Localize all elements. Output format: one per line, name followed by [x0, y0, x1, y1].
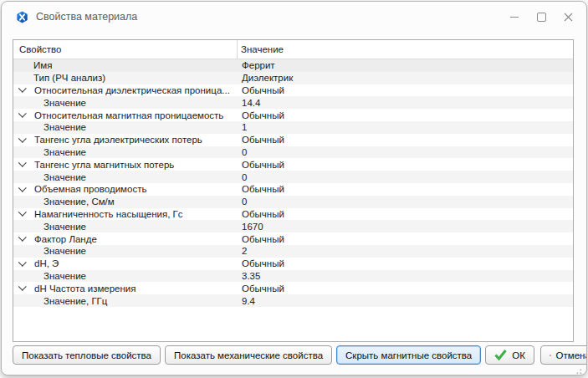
show-thermal-properties-button[interactable]: Показать тепловые свойства [13, 345, 161, 365]
table-row[interactable]: dH Частота измеренияОбычный [13, 282, 573, 294]
chevron-down-icon[interactable] [18, 258, 27, 266]
table-row[interactable]: dH, ЭОбычный [13, 258, 573, 270]
property-value: Обычный [238, 160, 573, 170]
table-row[interactable]: Относительная диэлектрическая проница...… [13, 84, 573, 97]
property-name: dH Частота измерения [34, 284, 136, 294]
chevron-down-icon[interactable] [18, 110, 27, 118]
cancel-button[interactable]: Отмена [540, 345, 587, 365]
property-cell: Тип (РЧ анализ) [13, 73, 238, 83]
property-name: Значение [43, 147, 86, 157]
chevron-down-icon[interactable] [18, 284, 27, 291]
property-name: Тангенс угла магнитных потерь [34, 160, 174, 170]
property-name: Имя [33, 60, 52, 70]
property-value: Обычный [238, 110, 573, 120]
property-cell: Фактор Ланде [13, 234, 238, 244]
property-cell: Намагниченность насыщения, Гс [13, 209, 238, 219]
property-cell: Значение [13, 172, 238, 182]
table-row[interactable]: Тангенс угла диэлектрических потерьОбычн… [13, 134, 573, 146]
property-value: 2 [238, 246, 573, 256]
property-name: Значение [43, 222, 86, 232]
property-name: Намагниченность насыщения, Гс [34, 209, 183, 219]
property-name: Фактор Ланде [34, 234, 97, 244]
close-button[interactable] [555, 5, 581, 28]
property-cell: Относительная магнитная проницаемость [13, 110, 238, 120]
property-name: Относительная магнитная проницаемость [34, 110, 223, 120]
property-name: Относительная диэлектрическая проница... [34, 85, 230, 95]
chevron-down-icon[interactable] [18, 209, 27, 217]
chevron-down-icon[interactable] [18, 184, 27, 192]
column-header-property: Свойство [13, 40, 238, 59]
property-value: Диэлектрик [238, 73, 573, 83]
property-cell: Значение [13, 122, 238, 132]
property-value: Обычный [238, 85, 573, 95]
table-row[interactable]: Намагниченность насыщения, ГсОбычный [13, 208, 573, 221]
property-cell: Значение, См/м [13, 197, 238, 207]
close-icon [564, 13, 573, 22]
property-cell: Значение [13, 271, 238, 281]
hide-magnetic-properties-button[interactable]: Скрыть магнитные свойства [336, 345, 481, 365]
property-name: Значение, ГГц [43, 296, 107, 306]
property-name: Значение [43, 98, 86, 108]
chevron-down-icon[interactable] [18, 135, 27, 142]
property-cell: dH Частота измерения [13, 284, 238, 294]
table-row[interactable]: Значение0 [13, 171, 573, 183]
table-row[interactable]: Значение, См/м0 [13, 196, 573, 208]
property-name: Значение, См/м [43, 197, 115, 207]
table-row[interactable]: Значение14.4 [13, 96, 573, 109]
property-name: Значение [43, 172, 86, 182]
property-value: Обычный [238, 258, 573, 268]
minimize-button[interactable] [501, 5, 528, 28]
property-value: Обычный [238, 184, 573, 194]
table-row[interactable]: Значение1 [13, 121, 573, 134]
maximize-icon [537, 13, 546, 22]
table-row[interactable]: Тангенс угла магнитных потерьОбычный [13, 158, 573, 171]
property-name: Значение [43, 271, 86, 281]
chevron-down-icon[interactable] [18, 160, 27, 167]
table-row[interactable]: Значение1670 [13, 220, 573, 232]
property-cell: Относительная диэлектрическая проница... [13, 85, 238, 95]
property-name: Значение [43, 122, 86, 132]
property-value: Обычный [238, 135, 573, 145]
table-header: Свойство Значение [13, 40, 573, 59]
property-cell: Значение [13, 222, 238, 232]
property-cell: Объемная проводимость [13, 184, 238, 194]
table-row[interactable]: ИмяФеррит [13, 59, 573, 72]
window-controls [501, 5, 581, 28]
properties-table: Свойство Значение ИмяФерритТип (РЧ анали… [13, 39, 574, 342]
window-title: Свойства материала [36, 11, 501, 23]
app-logo-icon [16, 11, 28, 23]
table-row[interactable]: Значение0 [13, 146, 573, 159]
property-name: Тангенс угла диэлектрических потерь [34, 135, 202, 145]
property-cell: Значение [13, 246, 238, 256]
property-name: Тип (РЧ анализ) [33, 73, 105, 83]
property-name: Объемная проводимость [34, 184, 146, 194]
property-cell: Тангенс угла магнитных потерь [13, 160, 238, 170]
ok-button[interactable]: ОК [485, 345, 534, 365]
table-row[interactable]: Значение, ГГц9.4 [13, 294, 573, 307]
property-value: 0 [238, 197, 573, 207]
property-cell: Значение [13, 147, 238, 157]
material-properties-dialog: Свойства материала Свойство Значение Имя… [1, 1, 587, 375]
table-row[interactable]: Относительная магнитная проницаемостьОбы… [13, 109, 573, 121]
chevron-down-icon[interactable] [18, 85, 27, 93]
minimize-icon [510, 17, 519, 18]
table-row[interactable]: Фактор ЛандеОбычный [13, 232, 573, 245]
table-row[interactable]: Значение2 [13, 245, 573, 258]
maximize-button[interactable] [528, 5, 555, 28]
chevron-down-icon[interactable] [18, 234, 27, 242]
property-value: Обычный [238, 209, 573, 219]
property-value: 9.4 [238, 296, 573, 306]
table-row[interactable]: Объемная проводимостьОбычный [13, 183, 573, 196]
table-row[interactable]: Значение3.35 [13, 270, 573, 283]
titlebar[interactable]: Свойства материала [2, 2, 586, 32]
property-value: 0 [238, 172, 573, 182]
resize-grip[interactable] [574, 363, 582, 371]
checkmark-icon [494, 350, 507, 360]
property-cell: Значение, ГГц [13, 296, 238, 306]
property-value: 0 [238, 147, 573, 157]
table-row[interactable]: Тип (РЧ анализ)Диэлектрик [13, 72, 573, 84]
property-value: 1670 [238, 222, 573, 232]
show-mechanical-properties-button[interactable]: Показать механические свойства [165, 345, 332, 365]
property-value: Обычный [238, 284, 573, 294]
property-cell: Тангенс угла диэлектрических потерь [13, 135, 238, 145]
